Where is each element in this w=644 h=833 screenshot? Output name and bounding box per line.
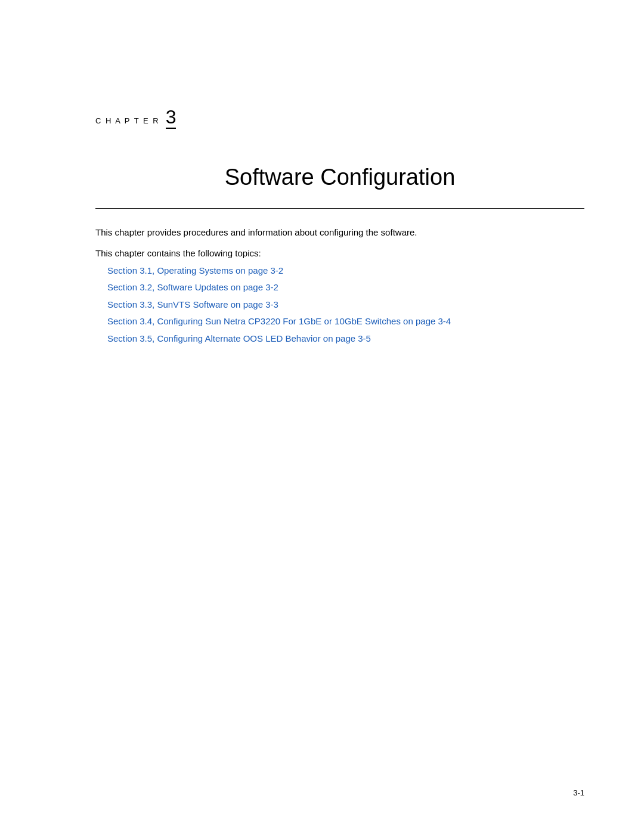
title-divider xyxy=(95,208,584,209)
page-number: 3-1 xyxy=(573,788,584,797)
toc-link-2[interactable]: Section 3.2, Software Updates on page 3-… xyxy=(107,281,584,295)
toc-link-1[interactable]: Section 3.1, Operating Systems on page 3… xyxy=(107,264,584,278)
chapter-number-underline xyxy=(166,128,177,129)
chapter-number: 3 xyxy=(166,107,177,126)
page: C H A P T E R 3 Software Configuration T… xyxy=(0,0,644,833)
chapter-label: C H A P T E R xyxy=(95,116,160,125)
toc-link-5[interactable]: Section 3.5, Configuring Alternate OOS L… xyxy=(107,332,584,346)
content-area: C H A P T E R 3 Software Configuration T… xyxy=(95,0,584,345)
toc-intro: This chapter contains the following topi… xyxy=(95,248,584,258)
toc-links: Section 3.1, Operating Systems on page 3… xyxy=(107,264,584,346)
toc-link-3[interactable]: Section 3.3, SunVTS Software on page 3-3 xyxy=(107,298,584,312)
intro-line1: This chapter provides procedures and inf… xyxy=(95,225,584,240)
toc-link-4[interactable]: Section 3.4, Configuring Sun Netra CP322… xyxy=(107,315,584,329)
chapter-label-container: C H A P T E R 3 xyxy=(95,107,584,129)
page-title: Software Configuration xyxy=(95,165,584,190)
title-section: Software Configuration xyxy=(95,165,584,190)
chapter-number-container: 3 xyxy=(166,107,177,129)
